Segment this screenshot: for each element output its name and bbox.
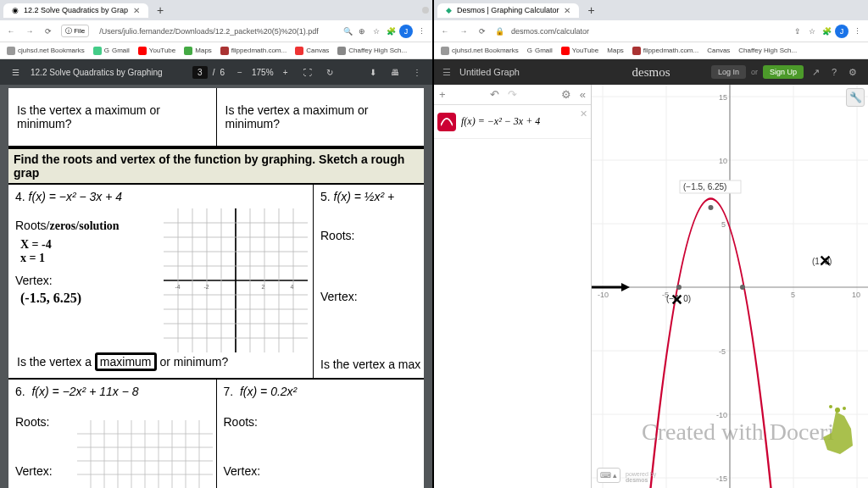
share-icon[interactable]: ↗ <box>809 65 822 79</box>
expression-row[interactable]: f(x) = −x² − 3x + 4 ✕ <box>434 105 591 139</box>
forward-icon[interactable]: → <box>458 25 470 37</box>
bookmark-item[interactable]: cjuhsd.net Bookmarks <box>441 47 519 55</box>
redo-icon[interactable]: ↷ <box>508 88 517 101</box>
menu-icon[interactable]: ⋮ <box>415 25 427 37</box>
delete-expression-icon[interactable]: ✕ <box>580 108 587 119</box>
new-tab-button[interactable]: + <box>584 3 598 17</box>
forward-icon[interactable]: → <box>24 25 36 37</box>
expression-color-icon[interactable] <box>437 113 456 131</box>
back-icon[interactable]: ← <box>5 25 17 37</box>
powered-by: powered bydesmos <box>626 471 656 483</box>
site-icon <box>337 47 346 55</box>
root-point[interactable] <box>740 285 745 290</box>
print-icon[interactable]: 🖶 <box>388 65 402 79</box>
bookmark-item[interactable]: Chaffey High Sch... <box>337 47 407 55</box>
settings-icon[interactable]: ⚙ <box>846 65 860 79</box>
zoom-icon[interactable]: 🔍 <box>342 25 353 37</box>
more-icon[interactable]: ⋮ <box>410 65 424 79</box>
pdf-viewport[interactable]: Is the vertex a maximum or minimum? Is t… <box>0 85 432 488</box>
signup-button[interactable]: Sign Up <box>763 65 804 79</box>
desmos-body: + ↶ ↷ ⚙ « f(x) = −x² − 3x + 4 ✕ <box>434 85 868 488</box>
handwriting-x: ✕ <box>670 291 683 308</box>
share-icon[interactable]: ⇪ <box>792 25 804 37</box>
hamburger-icon[interactable]: ☰ <box>442 67 451 78</box>
svg-text:-15: -15 <box>716 474 727 483</box>
pdf-page: Is the vertex a maximum or minimum? Is t… <box>8 88 424 488</box>
bookmark-item[interactable]: Chaffey High Sch... <box>738 47 797 54</box>
url-text[interactable]: /Users/julio.fernandez/Downloads/12.2_pa… <box>99 27 335 36</box>
cell-top-left: Is the vertex a maximum or minimum? <box>8 88 217 146</box>
svg-text:15: 15 <box>719 93 727 102</box>
folder-icon <box>7 47 15 55</box>
root-point[interactable] <box>676 285 682 290</box>
desmos-header: ☰ Untitled Graph desmos Log In or Sign U… <box>434 59 868 85</box>
lock-icon[interactable]: 🔒 <box>495 27 504 36</box>
bookmark-item[interactable]: Maps <box>184 47 212 55</box>
window-minimize-icon[interactable] <box>422 7 429 14</box>
fit-icon[interactable]: ⛶ <box>301 65 314 79</box>
add-expression-icon[interactable]: + <box>439 88 446 101</box>
bookmark-item[interactable]: YouTube <box>561 47 598 55</box>
graph-area[interactable]: -10-5510 15105-5-10-15 (−1.5, 6.25) (−4,… <box>592 85 868 488</box>
bookmarks-bar: cjuhsd.net Bookmarks G Gmail YouTube Map… <box>0 42 432 59</box>
download-icon[interactable]: ⬇ <box>366 65 380 79</box>
boxed-annotation: maximum <box>95 352 157 371</box>
expression-input[interactable]: f(x) = −x² − 3x + 4 <box>461 115 540 128</box>
folder-icon <box>441 47 449 55</box>
bookmark-item[interactable]: G Gmail <box>527 47 553 54</box>
keyboard-icon[interactable]: ⌨ ▴ <box>597 468 620 483</box>
tab-bar: ◆ Desmos | Graphing Calculator ✕ + <box>434 0 868 20</box>
rotate-icon[interactable]: ↻ <box>323 65 337 79</box>
bookmark-item[interactable]: G Gmail <box>93 47 130 55</box>
reload-icon[interactable]: ⟳ <box>42 25 54 37</box>
avatar[interactable]: J <box>835 25 849 38</box>
url-text[interactable]: desmos.com/calculator <box>511 27 785 36</box>
bookmark-item[interactable]: cjuhsd.net Bookmarks <box>7 47 85 55</box>
zoom-level: 175% <box>252 68 274 77</box>
expression-toolbar: + ↶ ↷ ⚙ « <box>434 85 591 105</box>
wrench-icon[interactable]: 🔧 <box>846 88 865 107</box>
svg-text:4: 4 <box>291 284 294 290</box>
zoom-in-icon[interactable]: + <box>279 65 292 79</box>
extension-icon[interactable]: 🧩 <box>385 25 397 37</box>
page-input[interactable]: 3 <box>192 66 208 79</box>
site-icon <box>632 47 641 55</box>
gear-icon[interactable]: ⚙ <box>561 88 571 101</box>
avatar[interactable]: J <box>399 25 413 38</box>
reload-icon[interactable]: ⟳ <box>476 25 488 37</box>
vertex-point[interactable] <box>709 205 714 210</box>
extension-icon[interactable]: 🧩 <box>821 25 832 37</box>
star-icon[interactable]: ☆ <box>806 25 818 37</box>
browser-tab[interactable]: ◆ Desmos | Graphing Calculator ✕ <box>437 3 579 18</box>
bookmark-item[interactable]: YouTube <box>138 47 175 55</box>
pdf-title: 12.2 Solve Quadratics by Graphing <box>31 68 163 77</box>
bookmark-item[interactable]: flippedmath.com... <box>632 47 698 55</box>
section-header: Find the roots and vertex of the functio… <box>8 147 424 185</box>
graph-title[interactable]: Untitled Graph <box>459 67 520 77</box>
right-browser-window: ◆ Desmos | Graphing Calculator ✕ + ← → ⟳… <box>434 0 868 488</box>
bookmark-item[interactable]: flippedmath.com... <box>220 47 287 55</box>
menu-icon[interactable]: ⋮ <box>851 25 863 37</box>
new-tab-button[interactable]: + <box>153 3 167 17</box>
close-icon[interactable]: ✕ <box>133 6 140 15</box>
zoom-out-icon[interactable]: − <box>233 65 247 79</box>
close-icon[interactable]: ✕ <box>564 6 570 15</box>
star-icon[interactable]: ☆ <box>370 25 382 37</box>
site-icon <box>561 47 570 55</box>
login-button[interactable]: Log In <box>711 65 746 79</box>
tab-title: Desmos | Graphing Calculator <box>457 6 559 14</box>
bookmark-item[interactable]: Canvas <box>707 47 730 54</box>
or-label: or <box>751 68 758 76</box>
page-sep: / <box>213 68 215 77</box>
bookmark-item[interactable]: Maps <box>607 47 624 54</box>
bookmark-item[interactable]: Canvas <box>295 47 329 55</box>
site-icon <box>295 47 303 55</box>
hamburger-icon[interactable]: ☰ <box>8 65 22 79</box>
collapse-icon[interactable]: « <box>580 88 586 101</box>
mini-graph <box>77 420 213 488</box>
browser-tab[interactable]: ◉ 12.2 Solve Quadratics by Grap ✕ <box>3 3 148 18</box>
help-icon[interactable]: ? <box>827 65 841 79</box>
back-icon[interactable]: ← <box>439 25 451 37</box>
undo-icon[interactable]: ↶ <box>490 88 499 101</box>
translate-icon[interactable]: ⊕ <box>356 25 368 37</box>
